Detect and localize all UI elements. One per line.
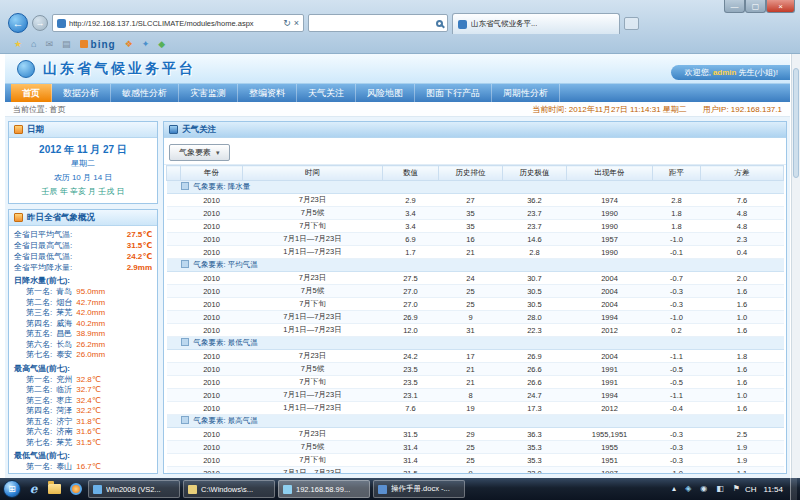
- nav-item[interactable]: 数据分析: [52, 84, 111, 102]
- column-header: 距平: [653, 166, 701, 181]
- show-desktop-button[interactable]: [790, 478, 797, 500]
- table-row[interactable]: 20107月23日31.52936.31955,1951-0.32.5: [167, 428, 784, 441]
- table-row[interactable]: 20101月1日—7月23日1.7212.81990-0.10.4: [167, 246, 784, 259]
- table-row[interactable]: 20107月1日—7月23日23.1824.71994-1.11.0: [167, 389, 784, 402]
- table-row[interactable]: 20107月5候27.02530.52004-0.31.6: [167, 285, 784, 298]
- table-cell: 7月5候: [243, 441, 383, 454]
- table-row[interactable]: 20107月下旬31.42535.31951-0.31.9: [167, 454, 784, 467]
- collapse-icon[interactable]: [181, 182, 189, 190]
- table-cell: 7月5候: [243, 363, 383, 376]
- station-name: 济宁: [56, 417, 72, 428]
- table-row[interactable]: 20107月下旬27.02530.52004-0.31.6: [167, 298, 784, 311]
- table-cell: 2010: [181, 246, 243, 259]
- mail-icon[interactable]: ✉: [46, 40, 54, 49]
- rank-item: 第二名:烟台42.7mm: [14, 298, 152, 309]
- table-cell: 7月23日: [243, 194, 383, 207]
- rank-value: 42.7mm: [76, 298, 105, 309]
- table-row[interactable]: 20107月1日—7月23日6.91614.61957-1.02.3: [167, 233, 784, 246]
- new-tab-button[interactable]: [624, 17, 639, 30]
- print-icon[interactable]: ▤: [62, 40, 71, 49]
- refresh-icon[interactable]: ↻: [283, 18, 291, 28]
- close-button[interactable]: ×: [766, 0, 795, 13]
- table-cell: 2004: [567, 350, 653, 363]
- bing-logo[interactable]: bing: [80, 39, 116, 50]
- nav-item[interactable]: 图面下行产品: [415, 84, 492, 102]
- table-cell: 1.8: [653, 220, 701, 233]
- start-button[interactable]: ⊞: [3, 480, 21, 498]
- table-row[interactable]: 20107月5候3.43523.719901.84.8: [167, 207, 784, 220]
- nav-item[interactable]: 天气关注: [297, 84, 356, 102]
- table-section-row[interactable]: 气象要素: 最高气温: [167, 415, 784, 428]
- table-cell: 0.2: [653, 324, 701, 337]
- nav-item[interactable]: 整编资料: [238, 84, 297, 102]
- taskbar-window-button[interactable]: Win2008 (VS2...: [88, 480, 180, 498]
- window-title: C:\Windows\s...: [201, 485, 253, 494]
- scrollbar-thumb[interactable]: [793, 68, 799, 178]
- table-row[interactable]: 20107月下旬3.43523.719901.84.8: [167, 220, 784, 233]
- maximize-button[interactable]: ▢: [745, 0, 766, 13]
- volume-icon[interactable]: ◉: [700, 485, 707, 493]
- language-indicator[interactable]: CH: [745, 485, 757, 494]
- stat-label: 全省日最高气温:: [14, 240, 72, 251]
- row-marker-cell: [167, 441, 181, 454]
- nav-item[interactable]: 风险地图: [356, 84, 415, 102]
- collapse-icon[interactable]: [181, 260, 189, 268]
- page-scrollbar[interactable]: [791, 54, 800, 478]
- camera-icon[interactable]: ❖: [125, 40, 133, 49]
- table-row[interactable]: 20107月1日—7月23日26.9928.01994-1.01.0: [167, 311, 784, 324]
- welcome-username: admin: [713, 68, 737, 77]
- home-icon[interactable]: ⌂: [31, 40, 36, 49]
- table-section-row[interactable]: 气象要素: 平均气温: [167, 259, 784, 272]
- ie-taskbar-icon[interactable]: e: [25, 481, 42, 498]
- minimize-button[interactable]: —: [724, 0, 745, 13]
- collapse-icon[interactable]: [181, 338, 189, 346]
- back-button[interactable]: ←: [8, 13, 28, 33]
- table-cell: 35: [439, 207, 503, 220]
- table-cell: -0.5: [653, 376, 701, 389]
- table-row[interactable]: 20107月下旬23.52126.61991-0.51.6: [167, 376, 784, 389]
- table-cell: 2.0: [701, 272, 784, 285]
- favorites-star-icon[interactable]: ★: [14, 40, 22, 49]
- help-icon[interactable]: ◆: [158, 40, 165, 49]
- explorer-folder-icon[interactable]: [46, 481, 63, 498]
- taskbar-window-button[interactable]: C:\Windows\s...: [183, 480, 275, 498]
- taskbar-window-button[interactable]: 操作手册.docx -...: [373, 480, 465, 498]
- table-row[interactable]: 20101月1日—7月23日7.61917.32012-0.41.6: [167, 402, 784, 415]
- nav-item[interactable]: 周期性分析: [492, 84, 560, 102]
- media-player-icon[interactable]: [67, 481, 84, 498]
- taskbar-window-button[interactable]: 192.168.58.99...: [278, 480, 370, 498]
- table-section-row[interactable]: 气象要素: 降水量: [167, 181, 784, 194]
- tools-icon[interactable]: ✦: [142, 40, 150, 49]
- table-section-row[interactable]: 气象要素: 最低气温: [167, 337, 784, 350]
- nav-item[interactable]: 灾害监测: [179, 84, 238, 102]
- stop-icon[interactable]: ×: [294, 18, 299, 28]
- table-row[interactable]: 20101月1日—7月23日12.03122.320120.21.6: [167, 324, 784, 337]
- table-row[interactable]: 20107月5候23.52126.61991-0.51.6: [167, 363, 784, 376]
- breadcrumb: 当前位置: 首页: [13, 104, 65, 115]
- table-row[interactable]: 20107月1日—7月23日31.5933.01997-1.01.1: [167, 467, 784, 474]
- nav-item[interactable]: 敏感性分析: [111, 84, 179, 102]
- table-row[interactable]: 20107月23日24.21726.92004-1.11.8: [167, 350, 784, 363]
- table-cell: 1.7: [383, 246, 439, 259]
- network-icon[interactable]: ◧: [716, 485, 724, 493]
- welcome-suffix: 先生(小姐)!: [738, 67, 778, 78]
- taskbar: ⊞ e Win2008 (VS2...C:\Windows\s...192.16…: [0, 478, 800, 500]
- table-row[interactable]: 20107月23日27.52430.72004-0.72.0: [167, 272, 784, 285]
- security-shield-icon[interactable]: ◈: [685, 485, 691, 493]
- search-icon[interactable]: [436, 20, 443, 27]
- forward-button[interactable]: →: [32, 15, 48, 31]
- filter-button-label: 气象要素: [179, 147, 211, 158]
- table-row[interactable]: 20107月5候31.42535.31955-0.31.9: [167, 441, 784, 454]
- column-header: 数值: [383, 166, 439, 181]
- table-row[interactable]: 20107月23日2.92736.219742.87.6: [167, 194, 784, 207]
- address-bar[interactable]: http://192.168.137.1/SLCCLIMATE/modules/…: [52, 14, 304, 32]
- hidden-icons-chevron[interactable]: ▴: [672, 485, 676, 493]
- action-center-flag-icon[interactable]: ⚑: [733, 485, 740, 493]
- nav-item[interactable]: 首页: [11, 84, 52, 102]
- summary-stat: 全省平均降水量:2.9mm: [14, 262, 152, 273]
- taskbar-clock[interactable]: 11:54: [764, 485, 783, 494]
- browser-tab[interactable]: 山东省气候业务平...: [452, 13, 620, 34]
- search-input[interactable]: [308, 14, 448, 32]
- element-filter-button[interactable]: 气象要素 ▾: [169, 144, 230, 161]
- collapse-icon[interactable]: [181, 416, 189, 424]
